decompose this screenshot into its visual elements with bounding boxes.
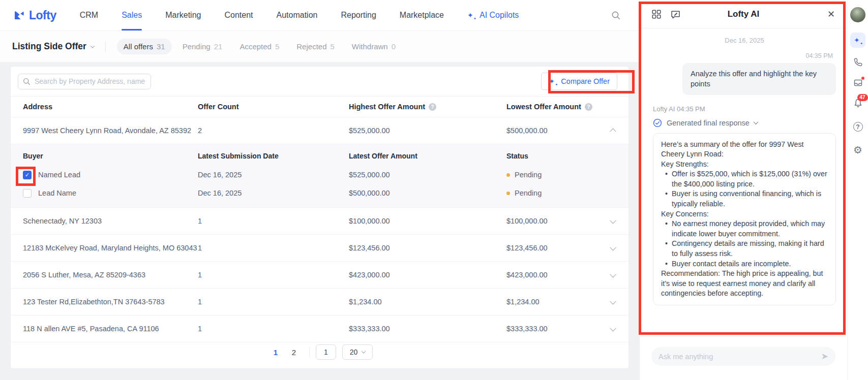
tab-label: All offers — [124, 42, 153, 51]
grid-apps-icon[interactable] — [652, 10, 661, 19]
row-lowest-offer: $1,234.00 — [506, 298, 598, 306]
page-jump-input[interactable] — [316, 344, 336, 360]
offers-card: ✦ ✦ Compare Offer Address Offer Count Hi… — [10, 66, 629, 369]
sparkle-icon: ✦ ✦ — [549, 77, 557, 85]
row-offer-count: 1 — [198, 298, 349, 306]
help-icon[interactable]: ? — [429, 103, 436, 111]
buyer-checkbox[interactable]: ✓ — [23, 171, 32, 179]
tab-count: 5 — [275, 42, 279, 51]
response-section-heading: Key Concerns: — [661, 209, 828, 219]
chevron-down-icon — [610, 217, 616, 224]
help-icon[interactable]: ? — [585, 103, 592, 111]
chat-header-icons — [652, 10, 680, 19]
row-address: 2056 S Luther, Mesa, AZ 85209-4363 — [23, 271, 198, 279]
sparkle-icon: ✦ ✦ — [467, 11, 475, 19]
table-row[interactable]: 2056 S Luther, Mesa, AZ 85209-43631$423,… — [11, 262, 628, 289]
table-row[interactable]: 9997 West Cheery Lynn Road, Avondale, AZ… — [11, 117, 628, 144]
nav-item-automation[interactable]: Automation — [276, 0, 317, 30]
chevron-down-icon — [610, 271, 616, 278]
buyer-name-cell: Lead Name — [23, 189, 198, 198]
nav-item-marketplace[interactable]: Marketplace — [400, 0, 444, 30]
chevron-down-icon — [610, 298, 616, 305]
bullet-text: Buyer contact details are incomplete. — [672, 259, 828, 269]
row-address: Schenectady, NY 12303 — [23, 217, 198, 225]
tab-withdrawn[interactable]: Withdrawn0 — [345, 39, 402, 54]
row-highest-offer: $1,234.00 — [349, 298, 506, 306]
help-icon[interactable]: ? — [853, 122, 863, 132]
gear-icon[interactable]: ⚙ — [853, 145, 862, 155]
sub-header-latest-submission-date: Latest Submission Date — [198, 152, 349, 160]
send-icon[interactable]: ➤ — [821, 352, 828, 361]
row-expand-toggle[interactable] — [611, 217, 616, 225]
row-lowest-offer: $123,456.00 — [506, 244, 598, 252]
table-row[interactable]: 123 Tester Rd,Elizabethton,TN 37643-5783… — [11, 289, 628, 315]
buyer-status: Pending — [506, 189, 598, 197]
header-lowest-offer: Lowest Offer Amount ? — [506, 103, 598, 111]
page-size-value: 20 — [350, 348, 358, 356]
inbox-icon[interactable] — [853, 78, 863, 88]
buyer-row: ✓Named LeadDec 16, 2025$525,000.00Pendin… — [11, 166, 628, 184]
row-expand-toggle[interactable] — [611, 271, 616, 279]
phone-icon[interactable] — [853, 57, 863, 68]
pagination: 12 20 — [11, 336, 628, 368]
buyer-checkbox[interactable] — [23, 189, 32, 198]
check-circle-icon — [653, 118, 662, 128]
tab-count: 5 — [330, 42, 334, 51]
global-search-icon[interactable] — [611, 11, 621, 20]
page-size-select[interactable]: 20 — [342, 344, 373, 360]
search-input[interactable] — [18, 74, 151, 89]
nav-item-sales[interactable]: Sales — [122, 0, 142, 30]
new-chat-icon[interactable] — [671, 10, 680, 19]
response-bullet: •Contingency details are missing, making… — [661, 239, 828, 259]
response-bullet: •No earnest money deposit provided, whic… — [661, 219, 828, 239]
nav-item-ai-copilots[interactable]: ✦ ✦ AI Copilots — [467, 11, 519, 20]
chevron-down-icon — [362, 349, 366, 353]
nav-item-crm[interactable]: CRM — [80, 0, 98, 30]
tab-accepted[interactable]: Accepted5 — [233, 39, 286, 54]
chevron-down-icon — [610, 325, 616, 332]
row-highest-offer: $333,333.00 — [349, 325, 506, 333]
row-expand-toggle[interactable] — [611, 244, 616, 252]
response-intro: Here’s a summary of the offer for 9997 W… — [661, 140, 828, 160]
sub-header-latest-offer-amount: Latest Offer Amount — [349, 152, 506, 160]
bullet-dot: • — [661, 169, 672, 189]
status-text: Pending — [515, 189, 542, 197]
table-row[interactable]: 12183 McKelvey Road, Maryland Heights, M… — [11, 235, 628, 262]
generated-response-label: Generated final response — [667, 119, 750, 127]
page-button-2[interactable]: 2 — [287, 345, 301, 359]
row-expand-toggle[interactable] — [611, 126, 616, 135]
nav-item-marketing[interactable]: Marketing — [165, 0, 201, 30]
nav-item-content[interactable]: Content — [224, 0, 253, 30]
lofty-logo-icon — [12, 9, 25, 22]
bell-icon[interactable]: 47 — [853, 98, 863, 109]
nav-item-reporting[interactable]: Reporting — [341, 0, 376, 30]
buyer-status: Pending — [506, 171, 598, 179]
buyer-name: Lead Name — [38, 189, 76, 197]
close-icon[interactable]: ✕ — [827, 10, 835, 19]
tab-rejected[interactable]: Rejected5 — [290, 39, 341, 54]
offers-toolbar: ✦ ✦ Compare Offer — [11, 67, 628, 96]
sparkle-icon: ✦ ✦ — [854, 36, 862, 44]
tab-pending[interactable]: Pending21 — [176, 39, 229, 54]
table-body: 9997 West Cheery Lynn Road, Avondale, AZ… — [11, 117, 628, 342]
rail-ai-assistant-button[interactable]: ✦ ✦ — [850, 33, 865, 48]
row-expand-toggle[interactable] — [611, 325, 616, 333]
avatar[interactable] — [850, 7, 865, 22]
response-recommendation: Recommendation: The high price is appeal… — [661, 269, 828, 299]
response-section-heading: Key Strengths: — [661, 160, 828, 170]
buyer-name-cell: ✓Named Lead — [23, 171, 198, 179]
page-title-dropdown[interactable]: Listing Side Offer — [12, 41, 94, 52]
page-button-1[interactable]: 1 — [269, 345, 282, 359]
generated-response-toggle[interactable]: Generated final response — [653, 118, 836, 128]
row-lowest-offer: $100,000.00 — [506, 217, 598, 225]
tab-all-offers[interactable]: All offers31 — [117, 39, 172, 54]
lofty-logo[interactable]: Lofty — [12, 9, 56, 22]
chat-input[interactable] — [659, 353, 821, 361]
ai-message-meta: Lofty AI 04:35 PM — [653, 105, 836, 113]
bullet-dot: • — [661, 219, 672, 239]
row-expand-toggle[interactable] — [611, 298, 616, 306]
table-row[interactable]: Schenectady, NY 123031$100,000.00$100,00… — [11, 208, 628, 235]
compare-offer-button[interactable]: ✦ ✦ Compare Offer — [541, 73, 617, 90]
chevron-up-icon — [610, 129, 616, 135]
row-offer-count: 2 — [198, 126, 349, 135]
